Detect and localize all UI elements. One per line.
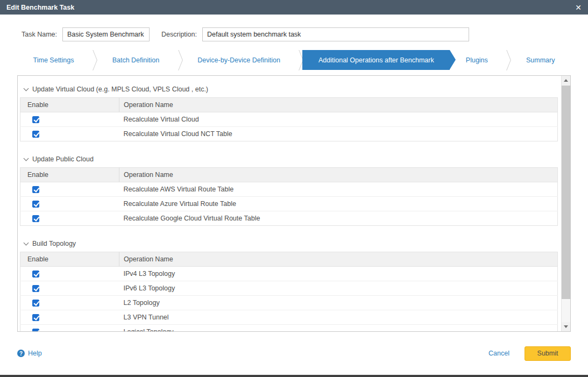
wizard-tabs: Time Settings Batch Definition Device-by…: [17, 50, 571, 70]
tab-batch-definition[interactable]: Batch Definition: [96, 50, 175, 70]
section-title: Update Virtual Cloud (e.g. MPLS Cloud, V…: [32, 86, 208, 93]
enable-checkbox[interactable]: [32, 201, 39, 208]
dialog-footer: ? Help Cancel Submit: [0, 332, 588, 375]
table-row: Recalculate Azure Virtual Route Table: [20, 197, 558, 211]
edit-benchmark-task-dialog: Edit Benchmark Task ✕ Task Name: Descrip…: [0, 0, 588, 375]
help-label: Help: [28, 350, 42, 357]
dialog-titlebar: Edit Benchmark Task ✕: [0, 0, 588, 15]
operation-column-header: Operation Name: [119, 252, 558, 267]
operations-table-build-topology: Enable Operation Name IPv4 L3 Topology I…: [20, 252, 558, 331]
table-row: Recalculate AWS Virtual Route Table: [20, 182, 558, 197]
scroll-down-arrow-icon[interactable]: [562, 322, 570, 331]
dialog-title: Edit Benchmark Task: [6, 4, 74, 11]
section-toggle-build-topology[interactable]: Build Topology: [24, 240, 558, 247]
operation-name: Recalculate Azure Virtual Route Table: [119, 197, 558, 211]
help-icon: ?: [17, 350, 25, 357]
section-title: Build Topology: [32, 240, 76, 247]
scrollbar-track[interactable]: [562, 85, 570, 322]
operation-name: IPv4 L3 Topology: [119, 267, 558, 281]
section-toggle-update-virtual-cloud[interactable]: Update Virtual Cloud (e.g. MPLS Cloud, V…: [24, 86, 558, 93]
scroll-viewport: Update Virtual Cloud (e.g. MPLS Cloud, V…: [18, 76, 561, 331]
tab-separator: [175, 50, 182, 70]
operation-name: IPv6 L3 Topology: [119, 281, 558, 296]
operation-name: L2 Topology: [119, 296, 558, 310]
tab-separator: [504, 50, 510, 70]
operation-column-header: Operation Name: [119, 98, 558, 112]
tab-time-settings[interactable]: Time Settings: [17, 50, 90, 70]
table-row: Recalculate Google Cloud Virtual Route T…: [20, 211, 558, 226]
tab-separator: [90, 50, 96, 70]
operation-name: Recalculate Google Cloud Virtual Route T…: [119, 211, 558, 226]
operations-table-update-public-cloud: Enable Operation Name Recalculate AWS Vi…: [20, 167, 558, 226]
description-input[interactable]: [202, 27, 469, 41]
task-name-input[interactable]: [62, 27, 150, 41]
enable-checkbox[interactable]: [32, 131, 39, 138]
chevron-down-icon: [24, 240, 29, 245]
scrollbar-thumb[interactable]: [562, 86, 570, 299]
tab-device-by-device-definition[interactable]: Device-by-Device Definition: [182, 50, 296, 70]
footer-actions: Cancel Submit: [488, 346, 571, 361]
operation-name: Recalculate Virtual Cloud NCT Table: [119, 127, 558, 141]
help-link[interactable]: ? Help: [17, 350, 42, 357]
table-row: Recalculate Virtual Cloud NCT Table: [20, 127, 558, 141]
vertical-scrollbar[interactable]: [561, 76, 570, 331]
scroll-up-arrow-icon[interactable]: [562, 76, 570, 85]
enable-checkbox[interactable]: [32, 300, 39, 307]
close-icon[interactable]: ✕: [575, 4, 582, 11]
table-row: IPv6 L3 Topology: [20, 281, 558, 296]
task-name-label: Task Name:: [22, 31, 57, 38]
operation-name: L3 VPN Tunnel: [119, 310, 558, 325]
tab-additional-operations-after-benchmark[interactable]: Additional Operations after Benchmark: [302, 50, 450, 70]
task-form-row: Task Name: Description:: [0, 15, 588, 41]
description-label: Description:: [161, 31, 197, 38]
enable-checkbox[interactable]: [32, 116, 39, 123]
table-row: Logical Topology: [20, 325, 558, 332]
table-row: IPv4 L3 Topology: [20, 267, 558, 281]
submit-button[interactable]: Submit: [525, 346, 571, 361]
operation-name: Recalculate AWS Virtual Route Table: [119, 182, 558, 197]
tab-content-panel: Update Virtual Cloud (e.g. MPLS Cloud, V…: [17, 75, 571, 332]
enable-checkbox[interactable]: [32, 271, 39, 278]
operations-table-update-virtual-cloud: Enable Operation Name Recalculate Virtua…: [20, 97, 558, 141]
operation-name: Logical Topology: [119, 325, 558, 332]
tab-separator: [296, 50, 302, 70]
chevron-down-icon: [24, 155, 29, 161]
operation-name: Recalculate Virtual Cloud: [119, 112, 558, 127]
enable-checkbox[interactable]: [32, 215, 39, 222]
enable-column-header: Enable: [20, 98, 119, 112]
enable-checkbox[interactable]: [32, 285, 39, 292]
enable-column-header: Enable: [20, 168, 119, 182]
enable-column-header: Enable: [20, 252, 119, 267]
enable-checkbox[interactable]: [32, 329, 39, 332]
section-toggle-update-public-cloud[interactable]: Update Public Cloud: [24, 155, 558, 163]
chevron-down-icon: [24, 86, 29, 91]
table-row: L2 Topology: [20, 296, 558, 310]
cancel-button[interactable]: Cancel: [488, 350, 509, 357]
tab-summary[interactable]: Summary: [510, 50, 571, 70]
enable-checkbox[interactable]: [32, 314, 39, 321]
section-title: Update Public Cloud: [32, 155, 94, 163]
enable-checkbox[interactable]: [32, 186, 39, 193]
table-row: L3 VPN Tunnel: [20, 310, 558, 325]
table-row: Recalculate Virtual Cloud: [20, 112, 558, 127]
operation-column-header: Operation Name: [119, 168, 558, 182]
tab-plugins[interactable]: Plugins: [450, 50, 504, 70]
